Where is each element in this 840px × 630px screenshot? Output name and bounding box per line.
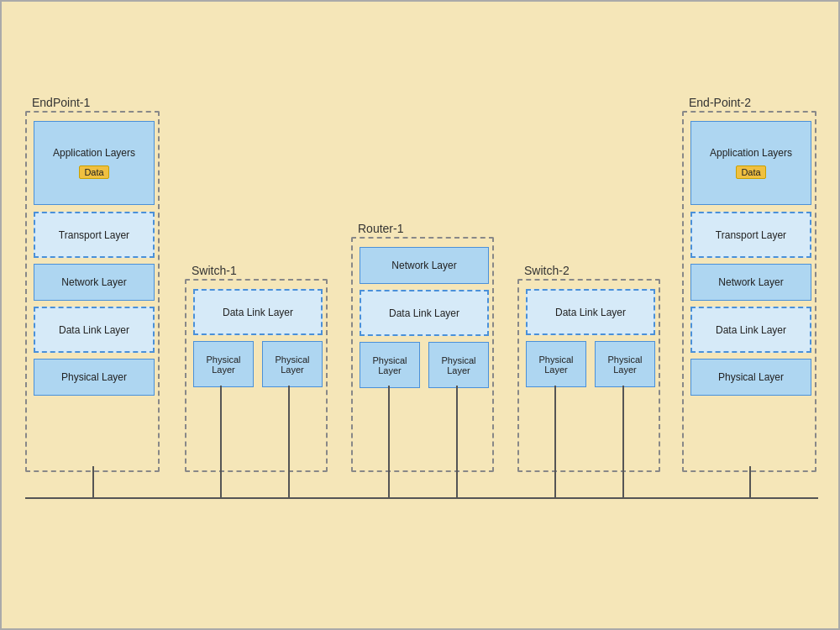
- sw2-right-vertical-line: [622, 386, 624, 497]
- ep2-network-layer: Network Layer: [690, 264, 811, 301]
- endpoint1-container: EndPoint-1 Application Layers Data Trans…: [25, 111, 160, 472]
- r1-left-vertical-line: [388, 386, 390, 497]
- sw1-left-vertical-line: [220, 386, 222, 497]
- ep1-application-layer: Application Layers Data: [34, 121, 155, 205]
- r1-physical1-label: Physical Layer: [360, 355, 419, 375]
- r1-network-layer: Network Layer: [360, 247, 489, 284]
- sw2-left-vertical-line: [554, 386, 556, 497]
- r1-physical2-layer: Physical Layer: [428, 342, 489, 388]
- r1-datalink-label: Data Link Layer: [389, 307, 459, 319]
- sw2-physical1-layer: Physical Layer: [526, 341, 586, 387]
- ep1-data-badge: Data: [79, 165, 108, 179]
- ep1-physical-label: Physical Layer: [61, 371, 127, 383]
- sw2-datalink-label: Data Link Layer: [555, 307, 626, 318]
- r1-datalink-layer: Data Link Layer: [360, 290, 489, 336]
- endpoint2-label: End-Point-2: [689, 96, 751, 109]
- ep1-datalink-layer: Data Link Layer: [34, 307, 155, 353]
- ep1-network-label: Network Layer: [61, 276, 126, 288]
- sw1-datalink-layer: Data Link Layer: [193, 289, 323, 335]
- r1-network-label: Network Layer: [391, 260, 456, 271]
- r1-physical1-layer: Physical Layer: [360, 342, 420, 388]
- ep2-datalink-layer: Data Link Layer: [690, 307, 811, 353]
- ep1-vertical-line: [92, 466, 94, 498]
- switch2-container: Switch-2 Data Link Layer Physical Layer …: [517, 279, 660, 472]
- horizontal-network-line: [25, 497, 818, 499]
- endpoint2-container: End-Point-2 Application Layers Data Tran…: [682, 111, 816, 472]
- switch2-label: Switch-2: [524, 264, 570, 277]
- ep2-transport-label: Transport Layer: [716, 229, 786, 241]
- ep1-datalink-label: Data Link Layer: [59, 324, 129, 336]
- sw2-physical2-layer: Physical Layer: [595, 341, 655, 387]
- ep1-transport-label: Transport Layer: [59, 229, 129, 241]
- ep1-transport-layer: Transport Layer: [34, 212, 155, 258]
- sw2-datalink-layer: Data Link Layer: [526, 289, 655, 335]
- ep1-network-layer: Network Layer: [34, 264, 155, 301]
- ep2-datalink-label: Data Link Layer: [716, 324, 786, 336]
- sw1-datalink-label: Data Link Layer: [223, 307, 293, 318]
- switch1-container: Switch-1 Data Link Layer Physical Layer …: [185, 279, 328, 472]
- endpoint1-label: EndPoint-1: [32, 96, 90, 109]
- ep2-vertical-line: [749, 466, 751, 498]
- sw1-right-vertical-line: [288, 386, 290, 497]
- sw1-physical1-layer: Physical Layer: [193, 341, 254, 387]
- ep2-application-layer: Application Layers Data: [690, 121, 811, 205]
- ep2-application-label: Application Layers: [710, 147, 792, 159]
- ep2-data-badge: Data: [736, 165, 765, 179]
- r1-right-vertical-line: [456, 386, 458, 497]
- sw2-physical1-label: Physical Layer: [527, 354, 585, 375]
- ep1-application-label: Application Layers: [53, 147, 135, 159]
- ep1-physical-layer: Physical Layer: [34, 359, 155, 396]
- sw1-physical2-label: Physical Layer: [263, 354, 322, 375]
- sw1-physical2-layer: Physical Layer: [262, 341, 323, 387]
- router1-container: Router-1 Network Layer Data Link Layer P…: [351, 237, 494, 472]
- ep2-physical-label: Physical Layer: [718, 371, 784, 383]
- ep2-transport-layer: Transport Layer: [690, 212, 811, 258]
- router1-label: Router-1: [358, 222, 403, 235]
- r1-physical2-label: Physical Layer: [429, 355, 488, 375]
- switch1-label: Switch-1: [192, 264, 237, 277]
- main-canvas: EndPoint-1 Application Layers Data Trans…: [0, 0, 840, 630]
- sw1-physical1-label: Physical Layer: [194, 354, 253, 375]
- ep2-physical-layer: Physical Layer: [690, 359, 811, 396]
- sw2-physical2-label: Physical Layer: [596, 354, 654, 375]
- ep2-network-label: Network Layer: [718, 276, 783, 288]
